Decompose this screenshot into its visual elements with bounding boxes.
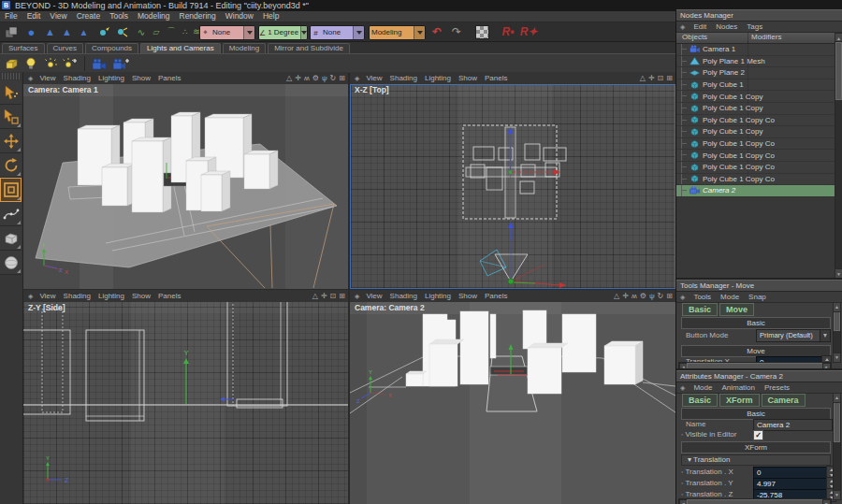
tab-mirror-and-subdivide[interactable]: Mirror and Subdivide bbox=[268, 43, 350, 53]
nodes-manager-title[interactable]: Nodes Manager bbox=[676, 9, 842, 22]
tab-compounds[interactable]: Compounds bbox=[85, 43, 138, 53]
menu-rendering[interactable]: Rendering bbox=[175, 11, 221, 22]
dropdown-arrow-icon[interactable] bbox=[353, 26, 364, 39]
viewport-menu-icon[interactable]: ◈ bbox=[25, 75, 36, 82]
tab-basic[interactable]: Basic bbox=[682, 394, 718, 407]
layout-stack-icon[interactable] bbox=[3, 24, 19, 39]
undo-icon[interactable]: ↶ bbox=[428, 24, 445, 39]
scale-tool[interactable] bbox=[0, 178, 22, 202]
cone-primitive-icon[interactable]: ▲ bbox=[42, 24, 58, 39]
pan-icon[interactable]: ✛ bbox=[648, 72, 655, 84]
frame-icon[interactable]: ⊡ bbox=[658, 72, 664, 84]
vp-menu-panels[interactable]: Panels bbox=[481, 290, 511, 302]
pan-icon[interactable]: ✛ bbox=[321, 290, 327, 302]
antenna-icon[interactable]: ψ bbox=[649, 290, 655, 302]
anim-channel-icon[interactable]: ◦ bbox=[681, 431, 683, 438]
vp-menu-view[interactable]: View bbox=[362, 290, 385, 302]
render-settings-icon[interactable]: R✦ bbox=[520, 24, 537, 39]
panel-menu-presets[interactable]: Presets bbox=[760, 382, 794, 393]
vp-menu-shading[interactable]: Shading bbox=[386, 290, 421, 302]
warning-icon[interactable]: △ bbox=[286, 72, 292, 84]
panel-menu-icon[interactable]: ◈ bbox=[676, 384, 689, 392]
anim-channel-icon[interactable]: ◦ bbox=[681, 468, 683, 475]
tab-basic[interactable]: Basic bbox=[682, 303, 718, 316]
redo-icon[interactable]: ↷ bbox=[448, 24, 465, 39]
settings-icon[interactable]: ⚙ bbox=[312, 72, 319, 84]
viewport-canvas[interactable] bbox=[350, 84, 675, 289]
wave-tool-icon[interactable]: ⌒ bbox=[165, 24, 178, 39]
toolbar-dropdown-none[interactable]: #None bbox=[310, 25, 365, 40]
add-light-icon[interactable] bbox=[62, 57, 78, 70]
menu-file[interactable]: File bbox=[0, 11, 22, 22]
viewport-canvas[interactable]: Y Z X bbox=[350, 302, 675, 504]
node-row-camera-1[interactable]: Camera 1 bbox=[676, 44, 842, 56]
scroll-up-icon[interactable]: ▲ bbox=[833, 393, 841, 403]
viewport-canvas[interactable]: Y Z X bbox=[23, 84, 348, 289]
node-row-poly-plane-1-mesh[interactable]: Poly Plane 1 Mesh bbox=[676, 56, 842, 68]
vp-menu-shading[interactable]: Shading bbox=[386, 72, 421, 84]
warning-icon[interactable]: △ bbox=[640, 72, 646, 84]
vp-menu-lighting[interactable]: Lighting bbox=[421, 72, 455, 84]
settings-icon[interactable]: ⚙ bbox=[640, 290, 646, 302]
tab-surfaces[interactable]: Surfaces bbox=[2, 43, 45, 53]
vp-menu-view[interactable]: View bbox=[362, 72, 385, 84]
frame-icon[interactable]: ⊡ bbox=[330, 290, 337, 302]
column-modifiers[interactable]: Modifiers bbox=[751, 33, 781, 41]
toolbar-dropdown-1-degree[interactable]: ∠1 Degree bbox=[258, 25, 308, 40]
node-row-camera-2[interactable]: Camera 2 bbox=[676, 185, 842, 197]
translation-group-header[interactable]: ▾ Translation bbox=[681, 454, 831, 466]
warning-icon[interactable]: △ bbox=[312, 290, 318, 302]
refresh-icon[interactable]: ↻ bbox=[658, 290, 664, 302]
tab-move[interactable]: Move bbox=[719, 303, 754, 316]
viewport-menu-icon[interactable]: ◈ bbox=[352, 293, 362, 300]
node-row-poly-cube-1-copy-co[interactable]: Poly Cube 1 Copy Co bbox=[676, 115, 842, 127]
layout-icon[interactable]: ⊞ bbox=[666, 290, 673, 302]
add-camera-icon[interactable] bbox=[112, 58, 130, 70]
toolbar-dropdown-none[interactable]: ⌖None bbox=[199, 25, 255, 40]
select-tool[interactable] bbox=[0, 80, 22, 105]
vp-menu-lighting[interactable]: Lighting bbox=[421, 290, 455, 302]
vp-menu-view[interactable]: View bbox=[36, 72, 59, 84]
vp-menu-shading[interactable]: Shading bbox=[60, 72, 94, 84]
menu-window[interactable]: Window bbox=[221, 11, 258, 22]
tab-modeling[interactable]: Modeling bbox=[223, 43, 266, 53]
pan-icon[interactable]: ✛ bbox=[295, 72, 301, 84]
tools-manager-title[interactable]: Tools Manager - Move bbox=[676, 280, 842, 292]
edit-curve-tool[interactable] bbox=[0, 202, 22, 226]
node-row-poly-cube-1-copy-co[interactable]: Poly Cube 1 Copy Co bbox=[676, 162, 842, 174]
cone-small-primitive-icon[interactable]: ▲ bbox=[76, 24, 92, 39]
panel-menu-icon[interactable]: ◈ bbox=[676, 294, 689, 301]
layout-icon[interactable]: ⊞ bbox=[339, 72, 345, 84]
node-row-poly-cube-1-copy[interactable]: Poly Cube 1 Copy bbox=[676, 126, 842, 138]
vp-menu-show[interactable]: Show bbox=[455, 72, 481, 84]
texture-checker-icon[interactable] bbox=[473, 24, 490, 39]
layout-icon[interactable]: ⊞ bbox=[666, 72, 673, 84]
wireframe-icon[interactable]: ʍ bbox=[632, 290, 637, 302]
menu-help[interactable]: Help bbox=[258, 11, 283, 22]
area-light-icon[interactable] bbox=[4, 57, 20, 70]
vp-menu-shading[interactable]: Shading bbox=[60, 290, 94, 302]
node-row-poly-cube-1-copy[interactable]: Poly Cube 1 Copy bbox=[676, 103, 842, 115]
poly-sphere-tool[interactable] bbox=[0, 251, 22, 275]
pan-icon[interactable]: ✛ bbox=[622, 290, 629, 302]
scroll-down-icon[interactable]: ▼ bbox=[833, 353, 841, 363]
scroll-down-icon[interactable]: ▼ bbox=[833, 490, 841, 500]
vp-menu-panels[interactable]: Panels bbox=[481, 72, 511, 84]
panel-menu-edit[interactable]: Edit bbox=[689, 22, 711, 32]
menu-edit[interactable]: Edit bbox=[22, 11, 46, 22]
panel-menu-mode[interactable]: Mode bbox=[716, 292, 744, 302]
attributes-manager-title[interactable]: Attributes Manager - Camera 2 bbox=[676, 370, 842, 382]
vp-menu-lighting[interactable]: Lighting bbox=[94, 290, 128, 302]
visible-in-editor-checkbox[interactable]: ✓ bbox=[753, 430, 763, 440]
plane-tool-icon[interactable]: ▱ bbox=[150, 24, 163, 39]
vp-menu-show[interactable]: Show bbox=[128, 72, 154, 84]
panel-menu-tools[interactable]: Tools bbox=[689, 292, 716, 302]
node-row-poly-cube-1-copy-co[interactable]: Poly Cube 1 Copy Co bbox=[676, 138, 842, 151]
column-objects[interactable]: Objects bbox=[682, 33, 707, 41]
light-icon[interactable] bbox=[96, 24, 112, 39]
attributes-hscrollbar[interactable]: ◄ ► bbox=[678, 498, 832, 504]
antenna-icon[interactable]: ψ bbox=[322, 72, 327, 84]
vp-menu-panels[interactable]: Panels bbox=[154, 290, 184, 302]
menu-modeling[interactable]: Modeling bbox=[133, 11, 175, 22]
tab-camera[interactable]: Camera bbox=[762, 394, 806, 407]
